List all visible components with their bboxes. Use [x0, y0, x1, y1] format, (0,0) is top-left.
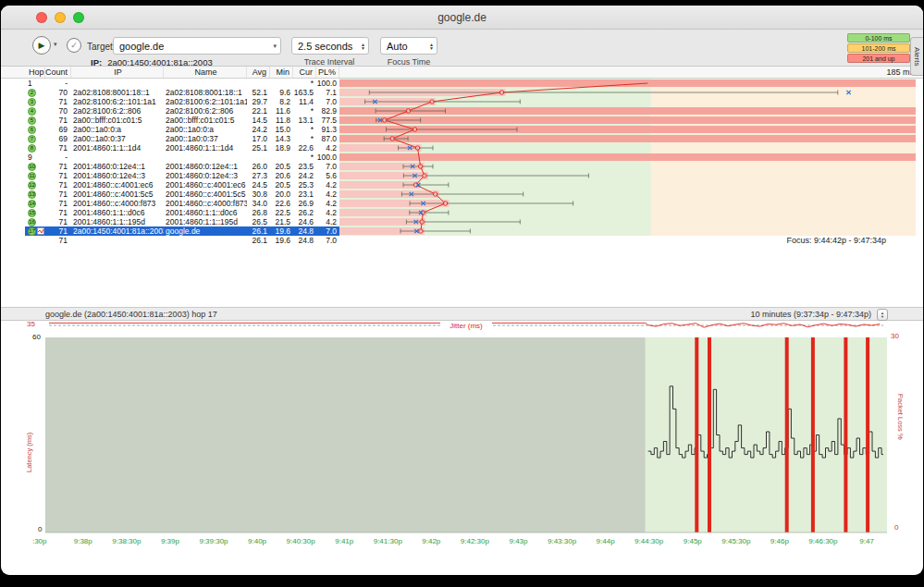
zoom-button[interactable]: [73, 12, 84, 23]
table-row[interactable]: 9-*100.0: [25, 153, 339, 162]
minimize-button[interactable]: [55, 12, 66, 23]
table-row[interactable]: 11712001:4860:0:12e4::32001:4860:0:12e4:…: [25, 171, 339, 180]
col-name[interactable]: Name: [164, 67, 247, 78]
table-row[interactable]: 8712001:4860:1:1::1d42001:4860:1:1::1d42…: [25, 143, 339, 153]
cell: 5.6: [316, 171, 339, 180]
cell: 25.1: [247, 143, 270, 153]
hop-cell: 15: [25, 208, 45, 217]
hop-graph[interactable]: [339, 79, 916, 236]
cell: 20.5: [270, 180, 293, 190]
cell: 2a00:1450:4001:81a::2003: [71, 226, 164, 236]
table-row[interactable]: 13712001:4860::c:4001:5c52001:4860::c:40…: [25, 190, 339, 199]
hop-badge: 12: [28, 181, 36, 190]
target-input[interactable]: [114, 41, 273, 52]
hop-badge: 8: [28, 144, 36, 153]
summary-pl: 7.0: [316, 236, 339, 246]
cell: 2001:4860::c:4001:ec6: [71, 180, 164, 190]
table-row[interactable]: 10712001:4860:0:12e4::12001:4860:0:12e4:…: [25, 162, 339, 171]
time-tick-label: 9:47: [859, 537, 874, 545]
cell: 7.0: [316, 97, 339, 106]
col-ip[interactable]: IP: [71, 67, 164, 78]
col-avg[interactable]: Avg: [247, 67, 270, 78]
cell: 71: [45, 226, 71, 236]
cell: 22.5: [270, 208, 293, 217]
table-row[interactable]: 3712a02:8100:6:2::101:1a12a02:8100:6:2::…: [25, 97, 339, 106]
toolbar: ▶ ▾ ✓ Target: ▾ 2.5 seconds ▲▼ Auto ▲▼ T…: [1, 30, 923, 67]
cell: 11.6: [270, 106, 293, 116]
col-cur[interactable]: Cur: [293, 67, 316, 78]
summary-count: 71: [45, 236, 71, 246]
trace-interval-select[interactable]: 2.5 seconds ▲▼: [291, 37, 369, 55]
cell: 17.0: [247, 134, 270, 143]
cell: 2001:4860::c:4001:ec6: [164, 180, 247, 190]
table-row[interactable]: 15712001:4860:1:1::d0c62001:4860:1:1::d0…: [25, 208, 339, 217]
cell: 24.6: [293, 217, 316, 226]
chevron-down-icon[interactable]: ▾: [54, 41, 57, 48]
cell: 22.6: [293, 143, 316, 153]
check-button[interactable]: ✓: [67, 38, 81, 53]
cell: [247, 153, 270, 162]
legend-yellow: 101-200 ms: [847, 43, 910, 53]
hop-cell: 12: [25, 180, 45, 190]
cell: -: [45, 153, 71, 162]
alerts-tab[interactable]: Alerts: [910, 37, 923, 76]
summary-cur: 24.8: [293, 236, 316, 246]
col-count[interactable]: Count: [45, 67, 71, 78]
table-row[interactable]: 7692a00::1a0:0:372a00::1a0:0:3717.014.3*…: [25, 134, 339, 143]
col-hop[interactable]: Hop: [25, 67, 45, 78]
time-tick-label: 9:41p: [335, 537, 353, 545]
range-stepper[interactable]: ▲▼: [877, 309, 888, 321]
focused-graph-icon: [37, 227, 44, 235]
timeline-header: google.de (2a00:1450:4001:81a::2003) hop…: [1, 307, 923, 321]
chevron-down-icon[interactable]: ▾: [273, 43, 280, 50]
cell: 4.2: [316, 208, 339, 217]
cell: 2001:4860:0:12e4::3: [164, 171, 247, 180]
cell: *: [293, 153, 316, 162]
cell: 52.1: [247, 88, 270, 97]
hop-cell: 9: [25, 153, 45, 162]
cell: 163.5: [293, 88, 316, 97]
hop-rows: 1-*100.02702a02:8108:8001:18::12a02:8108…: [25, 79, 339, 236]
table-row[interactable]: 2702a02:8108:8001:18::12a02:8108:8001:18…: [25, 88, 339, 97]
table-row[interactable]: 4702a02:8100:6:2::8062a02:8100:6:2::8062…: [25, 106, 339, 116]
col-pl[interactable]: PL%: [316, 67, 339, 78]
cell: 71: [45, 162, 71, 171]
table-row[interactable]: 16712001:4860:1:1::195d2001:4860:1:1::19…: [25, 217, 339, 226]
cell: 4.2: [316, 180, 339, 190]
cell: 26.2: [293, 208, 316, 217]
time-axis: :30p9:38p9:38:30p9:39p9:39:30p9:40p9:40:…: [1, 537, 923, 548]
summary-avg: 26.1: [247, 236, 270, 246]
cell: 15.0: [270, 125, 293, 134]
table-row[interactable]: 17712a00:1450:4001:81a::2003google.de26.…: [25, 226, 339, 236]
cell: 71: [45, 208, 71, 217]
target-field-wrap: ▾: [113, 37, 281, 55]
col-min[interactable]: Min: [270, 67, 293, 78]
hop-badge: 6: [28, 126, 36, 134]
cell: 2001:4860:1:1::d0c6: [164, 208, 247, 217]
cell: 30.8: [247, 190, 270, 199]
cell: 4.2: [316, 143, 339, 153]
packet-loss-axis-label: Packet Loss %: [896, 394, 905, 477]
table-row[interactable]: 6692a00::1a0:0:a2a00::1a0:0:a24.215.0*91…: [25, 125, 339, 134]
table-row[interactable]: 5712a00::bfff:c01:c01:52a00::bfff:c01:c0…: [25, 116, 339, 125]
table-row[interactable]: 12712001:4860::c:4001:ec62001:4860::c:40…: [25, 180, 339, 190]
hop-cell: 5: [25, 116, 45, 125]
titlebar: google.de: [1, 6, 923, 30]
time-tick-label: :30p: [32, 537, 47, 545]
cell: 2a00::1a0:0:a: [71, 125, 164, 134]
close-button[interactable]: [36, 12, 47, 23]
start-trace-button[interactable]: ▶: [32, 36, 51, 55]
cell: 2a00::1a0:0:a: [164, 125, 247, 134]
focus-time-select[interactable]: Auto ▲▼: [380, 37, 437, 55]
cell: [270, 79, 293, 88]
time-tick-label: 9:44:30p: [634, 537, 663, 545]
cell: 100.0: [316, 79, 339, 88]
target-ip: IP:2a00:1450:4001:81a::2003: [91, 57, 213, 67]
table-row[interactable]: 1-*100.0: [25, 79, 339, 88]
timeline-plot[interactable]: Jitter (ms): [45, 321, 887, 535]
table-row[interactable]: 14712001:4860::c:4000:f8732001:4860::c:4…: [25, 199, 339, 208]
cell: *: [293, 125, 316, 134]
cell: [71, 79, 164, 88]
cell: 71: [45, 171, 71, 180]
cell: 2a02:8100:6:2::101:1a1: [164, 97, 247, 106]
